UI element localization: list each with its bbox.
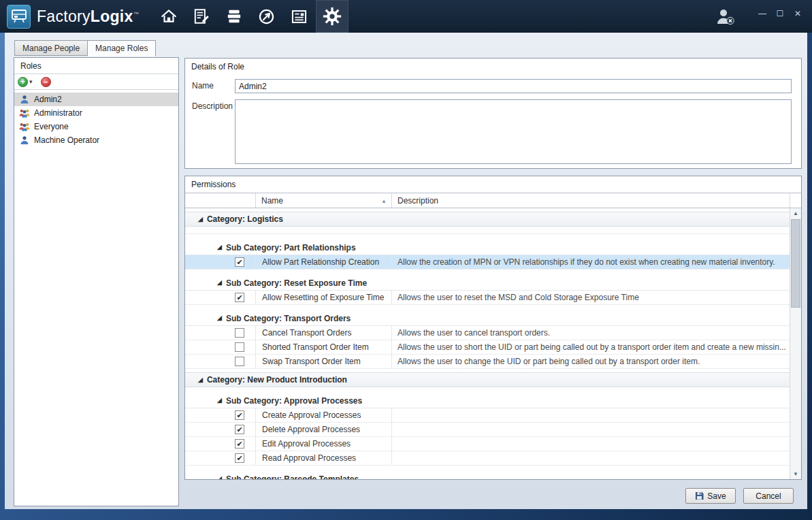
permission-description: [392, 423, 790, 436]
description-column-header[interactable]: Description: [392, 193, 790, 208]
navigate-icon[interactable]: [250, 0, 283, 33]
header-scrollbar-spacer: [790, 193, 801, 208]
scrollbar-thumb[interactable]: [791, 219, 800, 308]
permission-row[interactable]: ✔Edit Approval Processes: [185, 437, 790, 451]
role-item-label: Administrator: [34, 108, 82, 118]
subcategory-row[interactable]: ◢Sub Category: Transport Orders: [185, 311, 790, 326]
cancel-button[interactable]: Cancel: [743, 488, 794, 504]
permissions-grid-body: ◢Category: Logistics◢Sub Category: Part …: [185, 208, 790, 479]
checkbox-column-header: [185, 193, 256, 208]
roles-panel-title: Roles: [14, 58, 178, 74]
footer-buttons: Save Cancel: [685, 488, 794, 504]
tab-manage-roles[interactable]: Manage Roles: [87, 40, 156, 56]
subcategory-row[interactable]: ◢Sub Category: Approval Processes: [185, 393, 790, 408]
permission-checkbox[interactable]: ✔: [235, 425, 244, 434]
single-user-icon: [19, 95, 30, 104]
role-item[interactable]: Everyone: [14, 120, 178, 133]
permission-description: Allows the user to short the UID or part…: [392, 340, 790, 354]
details-of-role-groupbox: Details of Role Name Description: [184, 58, 802, 169]
category-row[interactable]: ◢Category: New Product Introduction: [185, 372, 790, 387]
permission-checkbox[interactable]: ✔: [235, 293, 244, 302]
role-item[interactable]: Administrator: [14, 106, 178, 120]
save-button[interactable]: Save: [685, 488, 736, 504]
group-expander-icon[interactable]: ◢: [198, 216, 203, 223]
permission-checkbox[interactable]: ✔: [235, 453, 244, 463]
add-role-button[interactable]: +: [18, 77, 28, 87]
vertical-scrollbar[interactable]: ▲ ▼: [790, 208, 801, 479]
permission-row[interactable]: ✔Allow Resetting of Exposure TimeAllows …: [185, 291, 790, 305]
app-window: FactoryLogix™: [0, 0, 812, 520]
permission-checkbox[interactable]: ✔: [235, 439, 244, 449]
permissions-grid: Name ▲ Description ◢Category: Logistics◢…: [185, 193, 801, 479]
home-icon[interactable]: [152, 0, 185, 33]
maximize-button[interactable]: ☐: [771, 6, 789, 27]
role-item[interactable]: Admin2: [14, 93, 178, 106]
main-nav: [152, 0, 348, 33]
window-controls: — ☐ ✕: [714, 0, 812, 33]
permission-row[interactable]: ✔Allow Part Relationship CreationAllow t…: [185, 255, 790, 270]
permission-checkbox-cell: [185, 326, 256, 340]
permission-description: [392, 437, 790, 451]
group-expander-icon[interactable]: ◢: [217, 397, 222, 404]
group-expander-icon[interactable]: ◢: [198, 377, 203, 383]
forms-icon[interactable]: [185, 0, 218, 33]
subcategory-label: Sub Category: Barcode Templates: [226, 474, 359, 480]
role-description-input[interactable]: [235, 99, 792, 164]
permission-checkbox-cell: [185, 355, 256, 368]
details-title: Details of Role: [185, 59, 801, 71]
permission-row[interactable]: Shorted Transport Order ItemAllows the u…: [185, 340, 790, 355]
group-expander-icon[interactable]: ◢: [217, 315, 222, 321]
name-label: Name: [192, 81, 214, 91]
minimize-button[interactable]: —: [753, 6, 771, 27]
permission-row[interactable]: Cancel Transport OrdersAllows the user t…: [185, 326, 790, 340]
close-button[interactable]: ✕: [789, 6, 807, 27]
permission-row[interactable]: ✔Read Approval Processes: [185, 451, 790, 466]
permission-name: Cancel Transport Orders: [256, 326, 392, 340]
permission-name: Allow Part Relationship Creation: [256, 255, 392, 269]
settings-icon[interactable]: [316, 0, 348, 33]
role-item[interactable]: Machine Operator: [14, 133, 178, 147]
permission-row[interactable]: Swap Transport Order ItemAllows the user…: [185, 355, 790, 369]
permission-checkbox[interactable]: [235, 342, 244, 352]
subcategory-row[interactable]: ◢Sub Category: Part Relationships: [185, 240, 790, 255]
roles-toolbar: + ▾ –: [14, 74, 178, 90]
remove-role-button[interactable]: –: [41, 77, 51, 87]
reports-icon[interactable]: [283, 0, 316, 33]
subcategory-label: Sub Category: Part Relationships: [226, 243, 356, 253]
permission-row[interactable]: ✔Create Approval Processes: [185, 408, 790, 423]
subcategory-row[interactable]: ◢Sub Category: Reset Exposure Time: [185, 276, 790, 291]
user-group-icon: [19, 122, 30, 131]
name-column-header[interactable]: Name ▲: [256, 193, 392, 208]
permission-checkbox-cell: ✔: [185, 255, 256, 269]
tab-manage-people[interactable]: Manage People: [14, 40, 88, 56]
permission-checkbox-cell: ✔: [185, 423, 256, 436]
permission-checkbox[interactable]: ✔: [235, 257, 244, 267]
roles-list: Admin2AdministratorEveryoneMachine Opera…: [14, 90, 178, 147]
group-expander-icon[interactable]: ◢: [217, 280, 222, 286]
group-expander-icon[interactable]: ◢: [217, 244, 222, 250]
scrollbar-up-icon[interactable]: ▲: [790, 208, 801, 218]
permission-name: Delete Approval Processes: [256, 423, 392, 436]
materials-icon[interactable]: [218, 0, 250, 33]
group-expander-icon[interactable]: ◢: [217, 476, 222, 479]
permission-checkbox[interactable]: [235, 328, 244, 338]
permission-checkbox-cell: ✔: [185, 437, 256, 451]
category-row[interactable]: ◢Category: Logistics: [185, 212, 790, 227]
role-item-label: Everyone: [34, 122, 69, 131]
permission-checkbox[interactable]: [235, 357, 244, 366]
description-label: Description: [192, 101, 233, 111]
sort-ascending-icon: ▲: [381, 198, 387, 204]
permission-checkbox[interactable]: ✔: [235, 410, 244, 420]
permission-name: Edit Approval Processes: [256, 437, 392, 451]
subcategory-row[interactable]: ◢Sub Category: Barcode Templates: [185, 472, 790, 479]
role-name-input[interactable]: [235, 79, 792, 93]
permission-row[interactable]: ✔Delete Approval Processes: [185, 423, 790, 437]
permission-description: [392, 451, 790, 465]
main-panel: Details of Role Name Description Permiss…: [184, 58, 802, 506]
permission-checkbox-cell: ✔: [185, 291, 256, 304]
scrollbar-down-icon[interactable]: ▼: [790, 469, 801, 479]
category-label: Category: New Product Introduction: [207, 375, 347, 385]
permission-name: Shorted Transport Order Item: [256, 340, 392, 354]
add-role-dropdown-icon[interactable]: ▾: [29, 78, 33, 85]
user-logout-icon[interactable]: [714, 7, 736, 26]
